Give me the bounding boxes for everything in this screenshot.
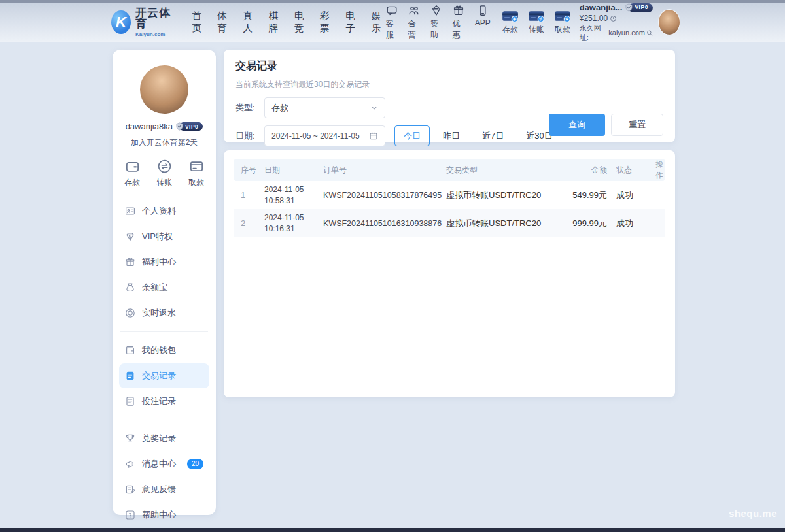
idcard-icon bbox=[125, 206, 135, 216]
nav-item-5[interactable]: 彩票 bbox=[320, 10, 334, 35]
header-card-label: 存款 bbox=[502, 24, 518, 35]
sidebar-item-label: 我的钱包 bbox=[142, 344, 176, 356]
type-select-value: 存款 bbox=[271, 102, 288, 114]
reset-button[interactable]: 重置 bbox=[611, 114, 663, 136]
user-name: dawanjia... bbox=[580, 3, 623, 13]
sidebar-item-vip[interactable]: VIP特权 bbox=[119, 224, 209, 249]
sidebar: dawanjia8ka VIP0 加入开云体育第2天 存款转账取款 个人资料VI… bbox=[113, 50, 216, 515]
rebate-icon bbox=[125, 308, 135, 318]
quick-action-wallet[interactable]: 存款 bbox=[124, 159, 140, 188]
transfer-card-icon bbox=[527, 10, 546, 23]
quick-action-withdraw[interactable]: 取款 bbox=[188, 159, 204, 188]
cell-status: 成功 bbox=[616, 190, 655, 201]
sidebar-item-rebate[interactable]: 实时返水 bbox=[119, 301, 209, 325]
vip-shield-icon bbox=[625, 3, 633, 12]
quick-action-transfer[interactable]: 转账 bbox=[156, 159, 172, 188]
cell-index: 2 bbox=[241, 218, 264, 228]
cell-transaction-type: 虚拟币转账USDT/TRC20 bbox=[446, 190, 559, 201]
table-row[interactable]: 22024-11-0510:16:31KWSF20241105101631093… bbox=[234, 209, 665, 237]
nav-item-4[interactable]: 电竞 bbox=[294, 10, 309, 35]
site-label: 永久网址: bbox=[580, 24, 608, 42]
bottom-bar bbox=[0, 528, 785, 532]
sidebar-item-help[interactable]: 帮助中心 bbox=[119, 503, 209, 527]
sidebar-item-mywallet[interactable]: 我的钱包 bbox=[119, 338, 209, 363]
menu-divider bbox=[120, 420, 208, 420]
header-action-phone[interactable]: APP bbox=[475, 5, 491, 41]
nav-item-3[interactable]: 棋牌 bbox=[269, 10, 283, 35]
page-subtitle: 当前系统支持查询最近30日的交易记录 bbox=[236, 79, 663, 90]
header-action-label: 合营 bbox=[408, 18, 420, 41]
nav-item-6[interactable]: 电子 bbox=[345, 10, 360, 35]
header-withdraw-card[interactable]: 取款 bbox=[553, 10, 572, 35]
range-button[interactable]: 昨日 bbox=[434, 125, 469, 146]
unread-count-badge: 20 bbox=[187, 459, 203, 469]
gift-icon bbox=[453, 5, 464, 16]
sidebar-item-feedback[interactable]: 意见反馈 bbox=[119, 477, 209, 502]
wallet-icon bbox=[125, 159, 140, 174]
type-select[interactable]: 存款 bbox=[264, 97, 385, 118]
date-range-value: 2024-11-05 ~ 2024-11-05 bbox=[271, 131, 360, 141]
vip-badge: VIP0 bbox=[625, 3, 652, 12]
header-user-block[interactable]: dawanjia... VIP0 ¥251.00 永久网址: kaiyun.co… bbox=[580, 3, 653, 42]
type-label: 类型: bbox=[236, 102, 264, 114]
table-row[interactable]: 12024-11-0510:58:31KWSF20241105105831787… bbox=[234, 181, 665, 209]
sidebar-item-label: 交易记录 bbox=[142, 370, 176, 382]
header-wallet-icons: 存款转账取款 bbox=[501, 10, 572, 35]
column-header: 交易类型 bbox=[446, 165, 559, 176]
header-action-label: 赞助 bbox=[430, 18, 442, 41]
sidebar-quick-actions: 存款转账取款 bbox=[119, 159, 209, 188]
header-action-chat[interactable]: 客服 bbox=[386, 5, 398, 41]
site-url: kaiyun.com bbox=[608, 29, 645, 38]
join-days-text: 加入开云体育第2天 bbox=[119, 137, 209, 148]
header-deposit-card[interactable]: 存款 bbox=[501, 10, 519, 35]
nav-item-1[interactable]: 体育 bbox=[217, 10, 232, 35]
user-avatar[interactable] bbox=[658, 9, 680, 35]
nav-item-7[interactable]: 娱乐 bbox=[371, 10, 385, 35]
sidebar-item-label: 余额宝 bbox=[142, 282, 167, 293]
header-action-people[interactable]: 合营 bbox=[408, 5, 420, 41]
header-action-label: 优惠 bbox=[453, 18, 464, 41]
cell-status: 成功 bbox=[616, 218, 655, 229]
sidebar-item-label: 实时返水 bbox=[142, 307, 176, 319]
range-button[interactable]: 今日 bbox=[394, 125, 430, 146]
profile-avatar[interactable] bbox=[140, 65, 188, 114]
table-header-row: 序号日期订单号交易类型金额状态操作 bbox=[234, 159, 665, 181]
cell-amount: 549.99元 bbox=[559, 190, 616, 201]
cell-amount: 999.99元 bbox=[559, 218, 616, 229]
header-transfer-card[interactable]: 转账 bbox=[527, 10, 546, 35]
filter-card: 交易记录 当前系统支持查询最近30日的交易记录 类型: 存款 日期: 2024-… bbox=[224, 50, 675, 142]
mywallet-icon bbox=[125, 345, 135, 356]
welfare-icon bbox=[125, 257, 135, 267]
range-button[interactable]: 近7日 bbox=[473, 125, 513, 146]
profile-username: dawanjia8ka bbox=[126, 122, 173, 131]
sidebar-item-idcard[interactable]: 个人资料 bbox=[119, 199, 209, 224]
header-action-gift[interactable]: 优惠 bbox=[453, 5, 464, 41]
date-range-input[interactable]: 2024-11-05 ~ 2024-11-05 bbox=[264, 125, 385, 146]
header-action-label: 客服 bbox=[386, 18, 398, 41]
calendar-icon bbox=[369, 131, 378, 141]
column-header: 状态 bbox=[616, 165, 655, 176]
nav-item-0[interactable]: 首页 bbox=[192, 10, 206, 35]
betnote-icon bbox=[125, 396, 135, 407]
page-title: 交易记录 bbox=[236, 59, 663, 73]
profile-vip-badge: VIP0 bbox=[175, 122, 203, 131]
sidebar-item-prize[interactable]: 兑奖记录 bbox=[119, 426, 209, 451]
cell-transaction-type: 虚拟币转账USDT/TRC20 bbox=[446, 218, 559, 229]
nav-item-2[interactable]: 真人 bbox=[243, 10, 258, 35]
search-button[interactable]: 查询 bbox=[549, 114, 605, 136]
header-action-sponsor[interactable]: 赞助 bbox=[430, 5, 442, 41]
brand-logo[interactable]: K 开云体育 Kaiyun.com bbox=[111, 7, 175, 37]
sidebar-item-moneybag[interactable]: 余额宝 bbox=[119, 275, 209, 300]
withdraw-icon bbox=[189, 159, 204, 174]
people-icon bbox=[408, 5, 420, 16]
refresh-balance-icon[interactable] bbox=[610, 15, 617, 22]
date-label: 日期: bbox=[236, 130, 264, 142]
quick-action-label: 取款 bbox=[188, 177, 204, 188]
sidebar-item-betnote[interactable]: 投注记录 bbox=[119, 389, 209, 414]
sidebar-item-megaphone[interactable]: 消息中心20 bbox=[119, 452, 209, 476]
sidebar-item-welfare[interactable]: 福利中心 bbox=[119, 250, 209, 274]
sidebar-item-receipt[interactable]: 交易记录 bbox=[119, 363, 209, 388]
search-icon[interactable] bbox=[646, 29, 653, 37]
sidebar-item-label: 福利中心 bbox=[142, 256, 176, 268]
withdraw-card-icon bbox=[553, 10, 572, 23]
